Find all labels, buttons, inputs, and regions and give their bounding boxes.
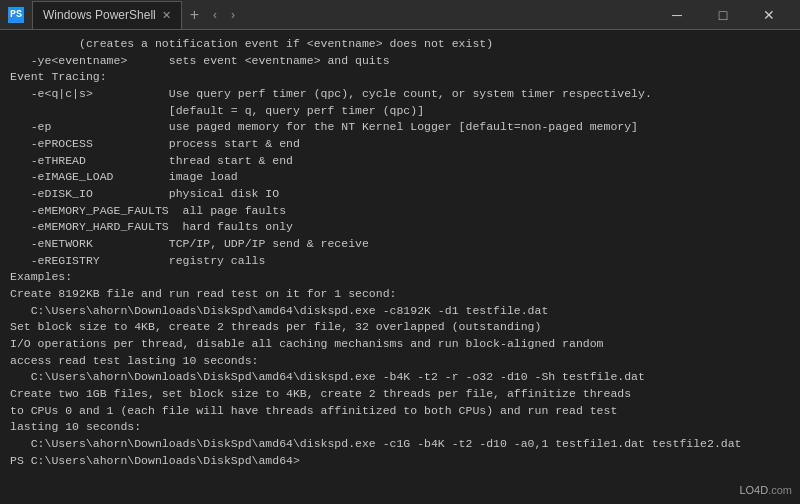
close-button[interactable]: ✕: [746, 0, 792, 30]
nav-prev-button[interactable]: ‹: [207, 8, 223, 22]
powershell-icon: PS: [8, 7, 24, 23]
terminal-area[interactable]: (creates a notification event if <eventn…: [0, 30, 800, 504]
terminal-line: -eNETWORK TCP/IP, UDP/IP send & receive: [10, 236, 790, 253]
new-tab-button[interactable]: +: [184, 6, 205, 24]
terminal-line: C:\Users\ahorn\Downloads\DiskSpd\amd64\d…: [10, 436, 790, 453]
terminal-line: lasting 10 seconds:: [10, 419, 790, 436]
terminal-line: I/O operations per thread, disable all c…: [10, 336, 790, 353]
terminal-line: Create two 1GB files, set block size to …: [10, 386, 790, 403]
terminal-line: -eDISK_IO physical disk IO: [10, 186, 790, 203]
terminal-line: -eREGISTRY registry calls: [10, 253, 790, 270]
terminal-line: C:\Users\ahorn\Downloads\DiskSpd\amd64\d…: [10, 303, 790, 320]
watermark-text: LO4D.com: [739, 484, 792, 496]
terminal-line: -e<q|c|s> Use query perf timer (qpc), cy…: [10, 86, 790, 103]
terminal-line: -eMEMORY_HARD_FAULTS hard faults only: [10, 219, 790, 236]
terminal-line: -eTHREAD thread start & end: [10, 153, 790, 170]
tab-label: Windows PowerShell: [43, 8, 156, 22]
terminal-line: -eMEMORY_PAGE_FAULTS all page faults: [10, 203, 790, 220]
tab-close-button[interactable]: ✕: [162, 9, 171, 22]
minimize-button[interactable]: ─: [654, 0, 700, 30]
tab-area: PS Windows PowerShell ✕ + ‹ ›: [8, 1, 241, 29]
window-controls: ─ □ ✕: [654, 0, 792, 30]
terminal-line: (creates a notification event if <eventn…: [10, 36, 790, 53]
nav-next-button[interactable]: ›: [225, 8, 241, 22]
terminal-line: -ep use paged memory for the NT Kernel L…: [10, 119, 790, 136]
terminal-line: -eIMAGE_LOAD image load: [10, 169, 790, 186]
terminal-line: Set block size to 4KB, create 2 threads …: [10, 319, 790, 336]
terminal-line: [default = q, query perf timer (qpc)]: [10, 103, 790, 120]
titlebar: PS Windows PowerShell ✕ + ‹ › ─ □ ✕: [0, 0, 800, 30]
terminal-line: -ePROCESS process start & end: [10, 136, 790, 153]
terminal-line: C:\Users\ahorn\Downloads\DiskSpd\amd64\d…: [10, 369, 790, 386]
watermark: LO4D.com: [739, 484, 792, 496]
terminal-line: Event Tracing:: [10, 69, 790, 86]
terminal-line: Examples:: [10, 269, 790, 286]
maximize-button[interactable]: □: [700, 0, 746, 30]
terminal-line: -ye<eventname> sets event <eventname> an…: [10, 53, 790, 70]
terminal-line: Create 8192KB file and run read test on …: [10, 286, 790, 303]
terminal-line: PS C:\Users\ahorn\Downloads\DiskSpd\amd6…: [10, 453, 790, 470]
tab-powershell[interactable]: Windows PowerShell ✕: [32, 1, 182, 29]
terminal-line: to CPUs 0 and 1 (each file will have thr…: [10, 403, 790, 420]
terminal-line: access read test lasting 10 seconds:: [10, 353, 790, 370]
